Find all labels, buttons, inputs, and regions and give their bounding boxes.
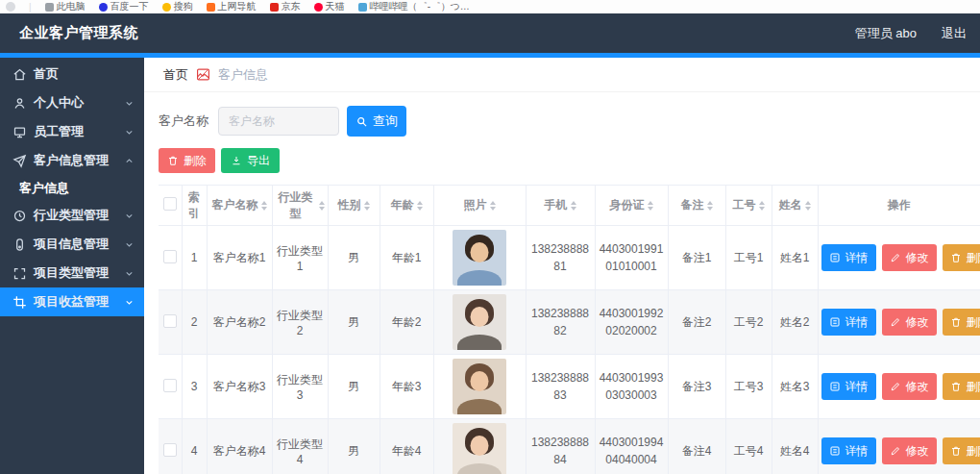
sort-icon[interactable] bbox=[364, 201, 370, 211]
sidebar-item-project-revenue-management[interactable]: 项目收益管理 bbox=[0, 287, 144, 316]
cell-id-card: 440300199303030003 bbox=[595, 355, 668, 419]
cell-name: 姓名2 bbox=[772, 290, 818, 355]
breadcrumb-home[interactable]: 首页 bbox=[163, 66, 188, 84]
broken-image-icon bbox=[196, 68, 210, 81]
col-header-remark: 备注 bbox=[668, 186, 725, 226]
breadcrumb: 首页 客户信息 bbox=[144, 58, 980, 92]
brackets-icon bbox=[12, 266, 27, 281]
current-user[interactable]: 管理员 abo bbox=[855, 25, 917, 42]
cell-customer-name: 客户名称4 bbox=[207, 419, 272, 474]
sidebar-item-personal-center[interactable]: 个人中心 bbox=[0, 88, 144, 117]
sidebar-subitem-label: 客户信息 bbox=[19, 180, 69, 197]
chevron-down-icon bbox=[124, 127, 135, 137]
cell-index: 1 bbox=[182, 226, 207, 290]
detail-button[interactable]: 详情 bbox=[821, 244, 876, 271]
bookmark-item[interactable]: 哔哩哔哩（゜-゜）つ… bbox=[358, 0, 470, 13]
cell-index: 2 bbox=[182, 290, 207, 355]
sort-icon[interactable] bbox=[571, 201, 576, 211]
cell-age: 年龄4 bbox=[380, 419, 433, 474]
search-icon bbox=[355, 115, 368, 128]
tmall-icon bbox=[314, 3, 323, 12]
cell-index: 4 bbox=[182, 419, 207, 474]
sort-icon[interactable] bbox=[707, 201, 713, 211]
chevron-down-icon bbox=[124, 211, 135, 221]
detail-icon bbox=[829, 445, 841, 457]
row-delete-button[interactable]: 删除 bbox=[943, 373, 980, 400]
col-header-age: 年龄 bbox=[380, 186, 433, 226]
row-delete-button[interactable]: 删除 bbox=[943, 437, 980, 464]
detail-icon bbox=[829, 316, 841, 328]
edit-button[interactable]: 修改 bbox=[882, 373, 937, 400]
trash-icon bbox=[950, 445, 962, 457]
bookmark-item[interactable]: 百度一下 bbox=[99, 0, 149, 13]
chevron-up-icon bbox=[124, 156, 135, 166]
sidebar-item-customer-info-management[interactable]: 客户信息管理 bbox=[0, 146, 144, 175]
delete-selected-button[interactable]: 删除 bbox=[159, 148, 215, 173]
sort-icon[interactable] bbox=[417, 201, 423, 211]
cell-name: 姓名3 bbox=[772, 355, 818, 419]
trash-icon bbox=[167, 155, 179, 166]
chevron-down-icon bbox=[124, 98, 135, 109]
sort-icon[interactable] bbox=[261, 201, 267, 211]
bilibili-icon bbox=[358, 3, 367, 12]
sort-icon[interactable] bbox=[490, 201, 496, 211]
row-delete-button[interactable]: 删除 bbox=[943, 244, 980, 271]
bookmark-item[interactable]: 京东 bbox=[270, 0, 301, 13]
sidebar-item-home[interactable]: 首页 bbox=[0, 60, 144, 88]
row-checkbox[interactable] bbox=[163, 314, 177, 328]
sort-icon[interactable] bbox=[648, 201, 653, 211]
logout-button[interactable]: 退出 bbox=[942, 25, 967, 42]
edit-button[interactable]: 修改 bbox=[882, 244, 937, 271]
sidebar-item-label: 行业类型管理 bbox=[34, 207, 124, 224]
edit-icon bbox=[890, 252, 901, 263]
sort-icon[interactable] bbox=[805, 201, 811, 211]
edit-button[interactable]: 修改 bbox=[882, 309, 937, 336]
select-all-checkbox[interactable] bbox=[163, 197, 177, 211]
folder-icon bbox=[45, 3, 54, 12]
sidebar-item-label: 客户信息管理 bbox=[34, 152, 124, 169]
cell-remark: 备注3 bbox=[668, 355, 725, 419]
chevron-down-icon bbox=[124, 297, 135, 308]
cell-gender: 男 bbox=[328, 419, 380, 474]
bookmark-label: 哔哩哔哩（゜-゜）つ… bbox=[370, 0, 470, 13]
customer-photo bbox=[453, 230, 506, 286]
sidebar-item-employee-management[interactable]: 员工管理 bbox=[0, 117, 144, 146]
cell-phone: 13823888883 bbox=[526, 355, 595, 419]
cell-name: 姓名4 bbox=[772, 419, 818, 474]
sidebar-subitem-customer-info[interactable]: 客户信息 bbox=[0, 175, 144, 201]
bookmark-item[interactable]: 此电脑 bbox=[45, 0, 86, 13]
row-checkbox[interactable] bbox=[163, 250, 177, 263]
chevron-down-icon bbox=[124, 239, 135, 250]
col-header-photo: 照片 bbox=[433, 186, 526, 226]
sort-icon[interactable] bbox=[759, 201, 765, 211]
bookmark-label: 百度一下 bbox=[110, 0, 149, 13]
query-button[interactable]: 查询 bbox=[347, 106, 406, 137]
table-row: 3 客户名称3 行业类型3 男 年龄3 13823888883 44030019… bbox=[159, 355, 980, 419]
bookmark-item[interactable]: 搜狗 bbox=[162, 0, 193, 13]
browser-bookmarks-bar: | 此电脑 百度一下 搜狗 上网导航 京东 天猫 哔哩哔哩（゜-゜）つ… bbox=[0, 0, 980, 13]
browser-extension-icon[interactable] bbox=[6, 2, 15, 12]
customer-photo bbox=[453, 294, 506, 350]
detail-button[interactable]: 详情 bbox=[821, 437, 876, 464]
export-button[interactable]: 导出 bbox=[221, 148, 280, 173]
cell-id-card: 440300199101010001 bbox=[595, 226, 668, 290]
sidebar-item-industry-type-management[interactable]: 行业类型管理 bbox=[0, 201, 144, 230]
row-checkbox[interactable] bbox=[163, 443, 177, 457]
monitor-icon bbox=[12, 125, 27, 139]
cell-name: 姓名1 bbox=[772, 226, 818, 290]
sidebar-item-project-type-management[interactable]: 项目类型管理 bbox=[0, 259, 144, 287]
detail-button[interactable]: 详情 bbox=[821, 309, 876, 336]
edit-button[interactable]: 修改 bbox=[882, 437, 937, 464]
detail-button[interactable]: 详情 bbox=[821, 373, 876, 400]
search-label: 客户名称 bbox=[159, 112, 208, 130]
sidebar-item-project-info-management[interactable]: 项目信息管理 bbox=[0, 230, 144, 259]
bookmark-item[interactable]: 上网导航 bbox=[207, 0, 257, 13]
bookmark-item[interactable]: 天猫 bbox=[314, 0, 345, 13]
home-icon bbox=[12, 67, 27, 82]
row-checkbox[interactable] bbox=[163, 379, 177, 392]
col-header-name: 姓名 bbox=[772, 186, 818, 226]
customer-name-input[interactable] bbox=[218, 107, 339, 136]
customer-table: 索引 客户名称 行业类型 性别 年龄 照片 手机 身份证 备注 工号 姓名 操作 bbox=[159, 185, 980, 474]
row-delete-button[interactable]: 删除 bbox=[943, 309, 980, 336]
sort-icon[interactable] bbox=[319, 201, 325, 211]
